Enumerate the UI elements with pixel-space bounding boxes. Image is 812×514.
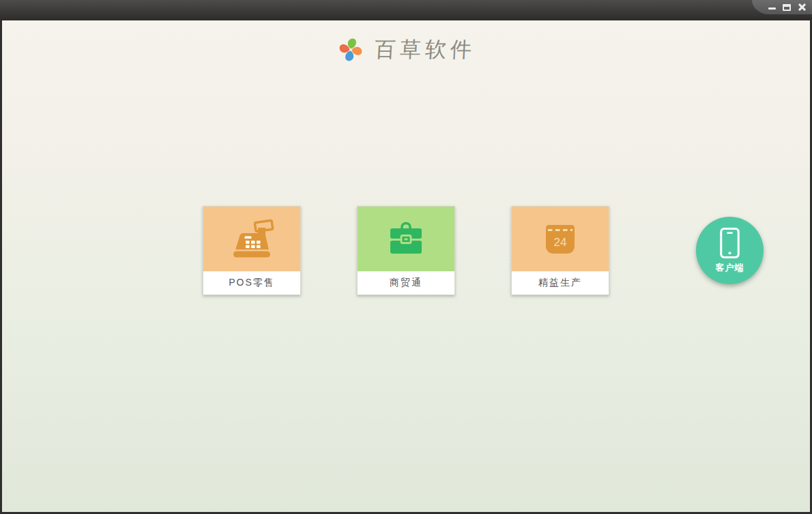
header: 百草软件 <box>2 35 810 64</box>
product-card-pos[interactable]: POS零售 <box>203 206 301 295</box>
product-label: 精益生产 <box>512 271 609 294</box>
product-card-trade[interactable]: 商贸通 <box>357 206 455 295</box>
client-button[interactable]: 客户端 <box>696 217 764 284</box>
titlebar[interactable] <box>0 0 812 20</box>
app-window: { "window": { "controls": [ { "name": "m… <box>0 0 812 514</box>
main-content: 百草软件 PO <box>0 20 812 514</box>
product-card-lean[interactable]: 24 精益生产 <box>511 206 609 295</box>
close-icon <box>798 3 807 12</box>
minimize-icon <box>768 7 776 10</box>
window-controls <box>752 0 812 14</box>
briefcase-icon <box>384 221 428 258</box>
maximize-button[interactable] <box>782 2 792 12</box>
calendar-icon: 24 <box>544 224 577 255</box>
cash-register-icon <box>227 218 276 260</box>
card-color-area: 24 <box>512 207 609 271</box>
app-title: 百草软件 <box>373 35 476 64</box>
maximize-icon <box>783 4 791 11</box>
pinwheel-logo-icon <box>337 36 364 63</box>
product-label: POS零售 <box>203 271 300 294</box>
close-button[interactable] <box>797 2 807 12</box>
card-color-area <box>203 207 300 271</box>
card-color-area <box>358 207 454 271</box>
client-button-label: 客户端 <box>716 262 744 274</box>
product-label: 商贸通 <box>358 271 454 294</box>
calendar-day: 24 <box>554 235 567 248</box>
minimize-button[interactable] <box>767 2 777 12</box>
smartphone-icon <box>719 227 740 259</box>
